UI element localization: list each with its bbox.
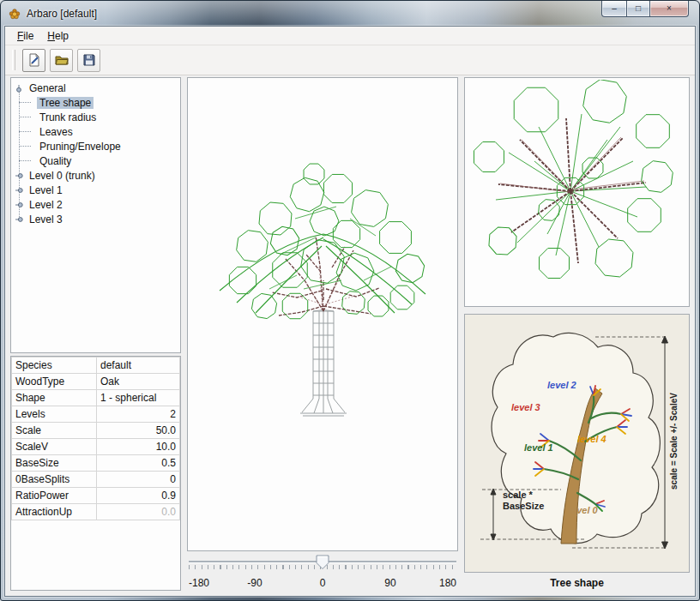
front-view-panel [187, 77, 458, 551]
tree-node-label: Trunk radius [37, 111, 99, 123]
tree-node-tree-shape[interactable]: Tree shape [11, 95, 180, 110]
table-row[interactable]: Scale50.0 [12, 423, 180, 439]
table-row[interactable]: RatioPower0.9 [12, 488, 180, 504]
param-name: RatioPower [12, 488, 97, 504]
top-leaf-clusters [474, 80, 673, 278]
label-level4: level 4 [577, 434, 606, 444]
table-row[interactable]: Levels2 [12, 406, 180, 423]
param-name: 0BaseSplits [12, 472, 97, 488]
param-name: WoodType [12, 374, 97, 390]
param-name: Scale [12, 423, 97, 439]
param-name: Levels [12, 406, 97, 423]
slider-tick-label: 180 [439, 577, 456, 589]
open-file-button[interactable] [50, 49, 73, 72]
param-value[interactable]: Oak [97, 374, 180, 390]
table-row[interactable]: ScaleV10.0 [12, 439, 180, 455]
tree-expand-handle-icon[interactable] [15, 186, 23, 195]
label-scale-axis: scale = Scale +/- ScaleV [669, 381, 679, 502]
label-level3: level 3 [511, 402, 540, 412]
content-area: General Tree shape Trunk radius Leaves P… [5, 75, 695, 596]
label-level0: level 0 [569, 505, 598, 515]
titlebar[interactable]: Arbaro [default] – □ × [1, 1, 699, 26]
tree-collapse-handle-icon[interactable] [15, 84, 23, 93]
table-row[interactable]: BaseSize0.5 [12, 455, 180, 472]
slider-scale: -180 -90 0 90 180 [187, 576, 458, 591]
tree-front-view [194, 90, 451, 450]
maximize-icon: □ [636, 3, 641, 13]
parameter-tree: General Tree shape Trunk radius Leaves P… [10, 77, 181, 353]
minimize-icon: – [612, 3, 617, 13]
slider-thumb[interactable] [316, 555, 329, 570]
label-scale-basesize-line1: scale * [503, 490, 544, 501]
new-file-button[interactable] [22, 49, 45, 72]
param-name: Species [12, 358, 97, 374]
slider-tick-label: -90 [247, 577, 262, 589]
tree-expand-handle-icon[interactable] [15, 201, 23, 209]
shape-panel-caption: Tree shape [464, 573, 690, 590]
tree-node-general[interactable]: General [11, 81, 180, 95]
tree-node-trunk-radius[interactable]: Trunk radius [11, 110, 180, 124]
tree-node-level3[interactable]: Level 3 [11, 212, 180, 226]
tree-node-quality[interactable]: Quality [11, 153, 180, 168]
param-value[interactable]: 10.0 [97, 439, 180, 455]
maximize-button[interactable]: □ [626, 1, 650, 17]
rotation-slider[interactable] [187, 554, 458, 576]
close-button[interactable]: × [649, 1, 689, 17]
slider-tick-label: -180 [189, 577, 209, 589]
tree-expand-handle-icon[interactable] [15, 171, 23, 180]
table-row[interactable]: Speciesdefault [12, 358, 180, 374]
save-file-button[interactable] [77, 49, 100, 72]
toolbar-drag-handle[interactable] [12, 50, 15, 70]
minimize-button[interactable]: – [601, 1, 627, 17]
param-value[interactable]: 0.9 [97, 488, 180, 504]
menu-file[interactable]: File [10, 27, 40, 45]
window-title: Arbaro [default] [27, 8, 97, 20]
tree-node-label: General [27, 82, 69, 94]
new-file-icon [27, 52, 42, 68]
tree-node-label: Leaves [37, 126, 75, 138]
open-folder-icon [54, 52, 69, 68]
tree-node-pruning[interactable]: Pruning/Envelope [11, 139, 180, 153]
param-value[interactable]: 0 [97, 472, 180, 488]
table-row[interactable]: Shape1 - spherical [12, 390, 180, 406]
center-column: -180 -90 0 90 180 [187, 77, 458, 591]
tree-node-label: Level 2 [27, 199, 65, 211]
window-controls: – □ × [602, 1, 689, 17]
menu-help[interactable]: Help [40, 27, 75, 45]
table-row[interactable]: AttractionUp0.0 [12, 504, 180, 520]
param-value[interactable]: 0.5 [97, 455, 180, 472]
app-window: Arbaro [default] – □ × File Help [0, 0, 700, 601]
menubar: File Help [5, 27, 695, 45]
params-table: Speciesdefault WoodTypeOak Shape1 - sphe… [11, 357, 180, 520]
table-row[interactable]: 0BaseSplits0 [12, 472, 180, 488]
label-level1: level 1 [524, 442, 553, 453]
tree-node-level1[interactable]: Level 1 [11, 183, 180, 197]
top-view-panel [464, 77, 690, 307]
param-value[interactable]: default [97, 358, 180, 374]
param-value[interactable]: 2 [97, 406, 180, 423]
tree-node-label: Level 3 [27, 213, 65, 225]
top-branch-highlight [500, 137, 644, 192]
tree-node-leaves[interactable]: Leaves [11, 124, 180, 139]
param-value[interactable]: 50.0 [97, 423, 180, 439]
param-name: AttractionUp [12, 504, 97, 520]
tree-expand-handle-icon[interactable] [15, 215, 23, 224]
tree-node-label: Quality [37, 155, 74, 167]
param-value[interactable]: 1 - spherical [97, 390, 180, 406]
slider-tick-label: 90 [384, 577, 395, 589]
app-icon [8, 7, 21, 21]
tree-shape-illustration: level 2 level 3 level 1 level 4 level 0 … [464, 314, 690, 573]
tree-node-level0[interactable]: Level 0 (trunk) [11, 168, 180, 183]
right-column: level 2 level 3 level 1 level 4 level 0 … [464, 77, 690, 591]
param-value-disabled: 0.0 [97, 504, 180, 520]
toolbar [5, 45, 695, 75]
param-name: BaseSize [12, 455, 97, 472]
tree-node-level2[interactable]: Level 2 [11, 197, 180, 212]
table-row[interactable]: WoodTypeOak [12, 374, 180, 390]
params-panel: Speciesdefault WoodTypeOak Shape1 - sphe… [10, 356, 181, 591]
left-column: General Tree shape Trunk radius Leaves P… [10, 77, 181, 591]
label-scale-basesize-line2: BaseSize [503, 501, 544, 512]
branch-skeleton [272, 236, 379, 316]
label-scale-basesize: scale * BaseSize [503, 490, 544, 512]
tree-node-label: Level 1 [27, 184, 65, 196]
